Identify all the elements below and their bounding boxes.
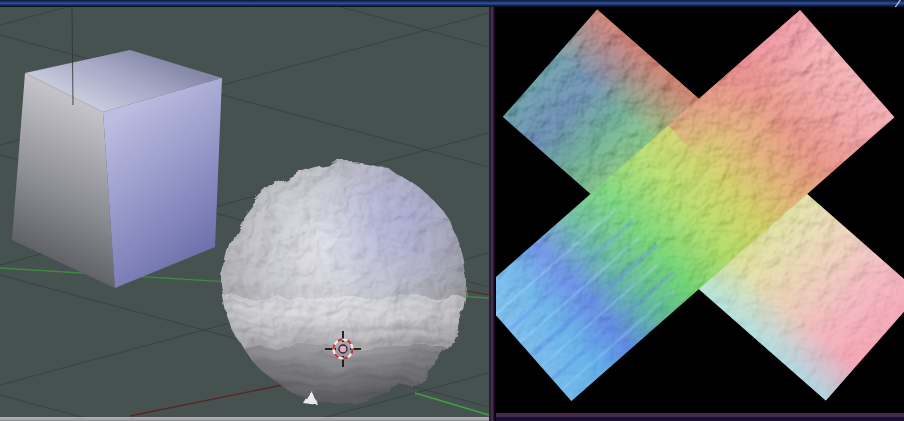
resize-grip-icon[interactable] — [892, 0, 904, 7]
window-title-bar[interactable] — [0, 0, 904, 7]
3d-scene-canvas — [0, 7, 489, 417]
panel-divider[interactable] — [489, 7, 496, 421]
uv-image-editor[interactable] — [496, 7, 904, 421]
3d-viewport[interactable] — [0, 7, 489, 421]
uv-editor-under-strip — [496, 417, 904, 421]
uv-canvas — [496, 7, 904, 413]
viewport-footer-bar — [0, 417, 489, 421]
cube-object[interactable] — [12, 50, 222, 288]
app-window — [0, 0, 904, 421]
